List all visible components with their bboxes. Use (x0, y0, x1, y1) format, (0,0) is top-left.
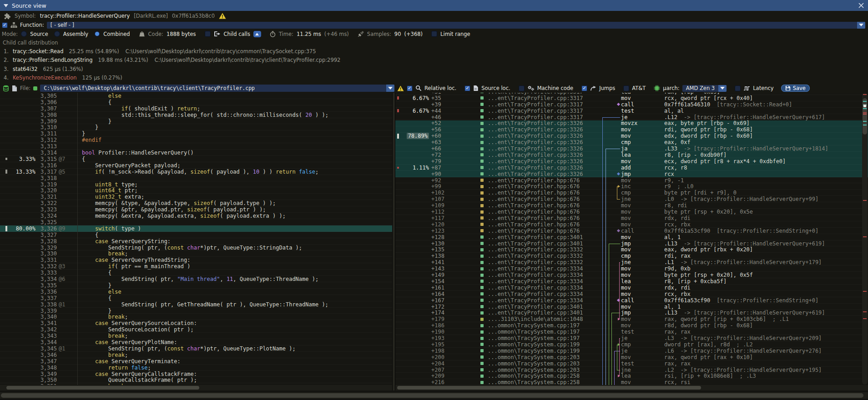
source-line[interactable]: 3,335 } (0, 282, 392, 289)
source-line[interactable]: 3,331 case ServerQueryThreadString: (0, 257, 392, 263)
child-call-item[interactable]: 2.tracy::Profiler::SendLongString19.88 m… (0, 56, 868, 65)
asm-row[interactable]: +52...ent\TracyProfiler.cpp:3326movzxeax… (395, 120, 868, 127)
source-line[interactable]: 3,330 break; (0, 251, 392, 257)
source-line[interactable]: 3,312#endif (0, 137, 392, 143)
asm-mnemonic[interactable]: call (621, 228, 634, 234)
asm-row[interactable]: +209...ommon\TracySystem.cpp:258learsi, … (395, 373, 868, 380)
asm-source-loc[interactable]: ...ent\TracyProfiler.cpp:3317 (488, 108, 583, 114)
machine-code-checkbox[interactable] (519, 85, 525, 91)
asm-row[interactable]: +66...ent\TracyProfiler.cpp:3326ja.L33->… (395, 145, 868, 152)
child-call-item[interactable]: 4.KeSynchronizeExecution125 µs (0.27%) (0, 74, 868, 83)
asm-source-loc[interactable]: ...ent\TracyProfiler.hpp:676 (488, 196, 580, 202)
source-loc-checkbox[interactable] (464, 85, 470, 91)
asm-row[interactable]: +109...ent\TracyProfiler.hpp:676movr8, r… (395, 202, 868, 209)
chevron-down-icon[interactable] (386, 85, 394, 92)
asm-source-loc[interactable]: ...ommon\TracySystem.cpp:197 (488, 322, 580, 329)
asm-source-loc[interactable]: ...ent\TracyProfiler.cpp:3334 (488, 297, 583, 304)
source-line[interactable]: 3,332@3 if( ptr == m_mainThread ) (0, 263, 392, 270)
machine-code-label[interactable]: Machine code (537, 85, 574, 91)
asm-row[interactable]: +207...ommon\TracySystem.cpp:203jne.L2->… (395, 367, 868, 373)
source-line[interactable]: 3,322 memcpy( &type, &payload.type, size… (0, 200, 392, 206)
asm-mnemonic[interactable]: lea (621, 373, 631, 380)
asm-source-loc[interactable]: ...ent\TracyProfiler.hpp:676 (488, 177, 580, 184)
asm-row[interactable]: +128...ent\TracyProfiler.cpp:3401moval, … (395, 234, 868, 240)
child-call-item[interactable]: 1.tracy::Socket::Read25.25 ms (54.89%)C:… (0, 47, 868, 56)
child-calls-up-button[interactable] (253, 31, 261, 37)
source-line[interactable]: 3,324 memcpy( &extra, &payload.extra, si… (0, 213, 392, 219)
pane-divider[interactable] (392, 93, 395, 390)
asm-mnemonic[interactable]: mov (621, 322, 631, 329)
function-checkbox[interactable] (2, 22, 8, 28)
asm-mnemonic[interactable]: jmp (621, 310, 631, 316)
child-calls-checkbox[interactable] (205, 31, 211, 37)
asm-row[interactable]: +112...ent\TracyProfiler.hpp:676movbyte … (395, 209, 868, 215)
asm-row[interactable]: +123...ent\TracyProfiler.hpp:676call0x7f… (395, 228, 868, 234)
att-checkbox[interactable] (623, 85, 629, 91)
chevron-down-icon[interactable] (718, 85, 727, 92)
asm-row[interactable]: 1.11%+87...ent\TracyProfiler.cpp:3326add… (395, 165, 868, 171)
att-label[interactable]: AT&T (632, 85, 646, 91)
source-line[interactable]: 3,346 break; (0, 352, 392, 358)
asm-source-loc[interactable]: ...ommon\TracySystem.cpp:203 (488, 354, 580, 360)
asm-source-loc[interactable]: ...ent\TracyProfiler.cpp:3326 (488, 152, 583, 158)
asm-row[interactable]: +135...ent\TracyProfiler.cpp:3332moveax,… (395, 247, 868, 253)
close-icon[interactable] (858, 2, 864, 9)
source-line[interactable]: 3,339 } (0, 308, 392, 314)
asm-row[interactable]: +195...ommon\TracySystem.cpp:199cmpdword… (395, 341, 868, 348)
asm-row[interactable]: +102...ent\TracyProfiler.hpp:676cmpbyte … (395, 190, 868, 196)
source-line[interactable]: 3,345@1 SendString( ptr, (const char*)pt… (0, 345, 392, 352)
source-line[interactable]: 3,320 uint64_t ptr; (0, 188, 392, 194)
asm-source-loc[interactable]: ...ommon\TracySystem.cpp:197 (488, 335, 580, 341)
asm-hscrollbar[interactable] (395, 385, 868, 390)
asm-row[interactable]: +79...ent\TracyProfiler.cpp:3326movecx, … (395, 158, 868, 165)
asm-row[interactable]: +204...ommon\TracySystem.cpp:203testrax,… (395, 360, 868, 367)
source-line[interactable]: 80.00%3,326@9 switch( type ) (0, 225, 392, 232)
source-line[interactable]: 3.33%3,315@7{ (0, 156, 392, 162)
asm-source-loc[interactable]: ...ommon\TracySystem.cpp:197 (488, 329, 580, 335)
asm-row[interactable]: +172...ent\TracyProfiler.cpp:3401moval, … (395, 304, 868, 310)
asm-source-loc[interactable]: ...ent\TracyProfiler.cpp:3332 (488, 259, 583, 265)
asm-source-loc[interactable]: ...ent\TracyProfiler.cpp:3401 (488, 310, 583, 316)
asm-source-loc[interactable]: ...ent\TracyProfiler.cpp:3326 (488, 165, 583, 171)
asm-source-loc[interactable]: ...ent\TracyProfiler.cpp:3326 (488, 145, 583, 152)
asm-source-loc[interactable]: ....31103\include\atomic:1048 (488, 316, 583, 322)
asm-source-loc[interactable]: ...ent\TracyProfiler.cpp:3401 (488, 304, 583, 310)
asm-mnemonic[interactable]: cmp (621, 341, 631, 348)
source-line[interactable]: 3,336 else (0, 289, 392, 295)
source-line[interactable]: 3,305 else (0, 93, 392, 99)
asm-source-loc[interactable]: ...ent\TracyProfiler.cpp:3326 (488, 139, 583, 145)
asm-mnemonic[interactable]: lea (621, 278, 631, 285)
source-line[interactable]: 3,338@1 SendString( ptr, GetThreadName( … (0, 301, 392, 308)
asm-row[interactable]: +143...ent\TracyProfiler.cpp:3334movr9d,… (395, 265, 868, 272)
asm-mnemonic[interactable]: mov (621, 133, 631, 139)
asm-mnemonic[interactable]: mov (621, 272, 631, 278)
function-dropdown[interactable]: [ - self - ] (47, 22, 865, 29)
asm-row[interactable]: +167...ent\TracyProfiler.cpp:3334call0x7… (395, 297, 868, 304)
asm-row[interactable]: +130...ent\TracyProfiler.cpp:3401jmp.L13… (395, 240, 868, 247)
asm-mnemonic[interactable]: test (621, 108, 634, 114)
asm-mnemonic[interactable]: test (621, 360, 634, 367)
asm-source-loc[interactable]: ...ent\TracyProfiler.cpp:3317 (488, 95, 583, 101)
asm-source-loc[interactable]: ...ommon\TracySystem.cpp:199 (488, 348, 580, 354)
assembly-pane[interactable]: +31...ent\TracyProfiler.cpp:3317learax, … (395, 93, 868, 390)
asm-mnemonic[interactable]: cmp (621, 139, 631, 145)
asm-source-loc[interactable]: ...ent\TracyProfiler.cpp:3332 (488, 247, 583, 253)
source-line[interactable]: 3,306 { (0, 99, 392, 105)
asm-row[interactable]: +63...ent\TracyProfiler.cpp:3326cmpeax, … (395, 139, 868, 145)
asm-mnemonic[interactable]: jne (621, 196, 631, 202)
source-line[interactable]: 3,323 memcpy( &ptr, &payload.ptr, sizeof… (0, 206, 392, 213)
asm-source-loc[interactable]: ...ommon\TracySystem.cpp:203 (488, 360, 580, 367)
asm-row[interactable]: +120...ent\TracyProfiler.hpp:676movrcx, … (395, 221, 868, 228)
limit-range-checkbox[interactable] (431, 31, 437, 37)
source-line[interactable]: 3,327 { (0, 232, 392, 238)
asm-mnemonic[interactable]: mov (621, 265, 631, 272)
asm-mnemonic[interactable]: add (621, 165, 631, 171)
save-button[interactable]: Save (781, 85, 810, 92)
source-line[interactable]: 3,348 return false; (0, 365, 392, 371)
asm-row[interactable]: +193...ommon\TracySystem.cpp:197je.L3-> … (395, 335, 868, 341)
latency-checkbox[interactable] (735, 85, 741, 91)
asm-row[interactable]: +107...ent\TracyProfiler.hpp:676jne.L0->… (395, 196, 868, 202)
source-line[interactable]: 3,349 case ServerQueryCallstackFrame: (0, 371, 392, 377)
asm-row[interactable]: +72...ent\TracyProfiler.cpp:3326lear8, [… (395, 152, 868, 158)
asm-mnemonic[interactable]: mov (621, 158, 631, 165)
